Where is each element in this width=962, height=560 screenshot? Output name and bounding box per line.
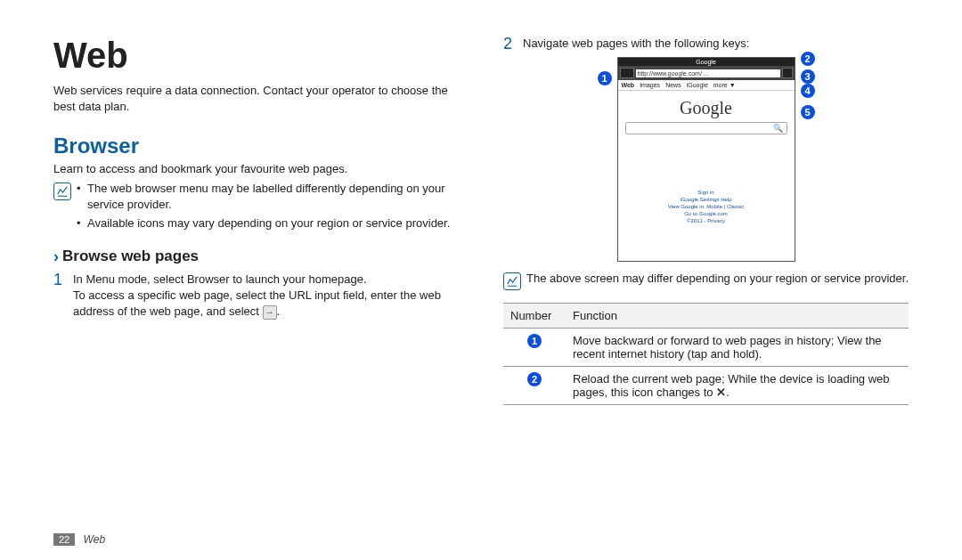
callout-1: 1: [598, 71, 612, 85]
callout-badge: 1: [527, 334, 542, 348]
function-cell: Reload the current web page; While the d…: [566, 367, 909, 405]
url-field: http://www.google.com/ ...: [636, 69, 780, 77]
subsection-title: Browse web pages: [62, 248, 199, 265]
callout-2: 2: [801, 52, 815, 66]
note-icon: [53, 183, 71, 200]
chevron-right-icon: ›: [53, 248, 59, 266]
go-arrow-icon: →: [263, 305, 277, 320]
nav-back-forward-button: [620, 68, 634, 78]
step-number: 1: [53, 272, 66, 288]
step-body: In Menu mode, select Browser to launch y…: [73, 272, 459, 321]
phone-statusbar: Google: [618, 58, 795, 66]
callout-5: 5: [801, 105, 815, 119]
page-number: 22: [53, 533, 75, 546]
function-table: Number Function 1 Move backward or forwa…: [503, 303, 909, 405]
phone-footer-links: Sign in iGoogle Settings Help View Googl…: [618, 134, 795, 229]
intro-text: Web services require a data connection. …: [53, 83, 459, 114]
page-title: Web: [53, 36, 459, 76]
function-cell: Move backward or forward to web pages in…: [566, 329, 909, 367]
table-header-function: Function: [566, 304, 909, 329]
section-heading: Browser: [53, 134, 459, 158]
callout-badge: 2: [527, 372, 542, 386]
step-body: Navigate web pages with the following ke…: [523, 36, 909, 52]
phone-screenshot: Google http://www.google.com/ ... Web Im…: [617, 57, 795, 262]
table-row: 2 Reload the current web page; While the…: [503, 367, 909, 405]
callout-4: 4: [801, 84, 815, 98]
phone-tabs: Web Images News iGoogle more ▼: [618, 80, 795, 91]
table-header-number: Number: [503, 304, 566, 329]
page-footer: 22 Web: [53, 533, 105, 546]
phone-search-box: 🔍: [625, 122, 787, 134]
note-icon: [503, 272, 521, 290]
reload-button: [782, 68, 793, 78]
note-item: Available icons may vary depending on yo…: [77, 215, 459, 231]
table-row: 1 Move backward or forward to web pages …: [503, 329, 909, 367]
chapter-name: Web: [84, 533, 105, 546]
note-list: The web browser menu may be labelled dif…: [77, 181, 459, 235]
section-intro: Learn to access and bookmark your favour…: [53, 162, 459, 175]
note-item: The web browser menu may be labelled dif…: [77, 181, 459, 212]
close-icon: ✕: [716, 386, 726, 399]
step-number: 2: [503, 36, 516, 52]
note-text: The above screen may differ depending on…: [526, 271, 909, 287]
google-logo: Google: [618, 91, 795, 122]
callout-3: 3: [801, 69, 815, 84]
